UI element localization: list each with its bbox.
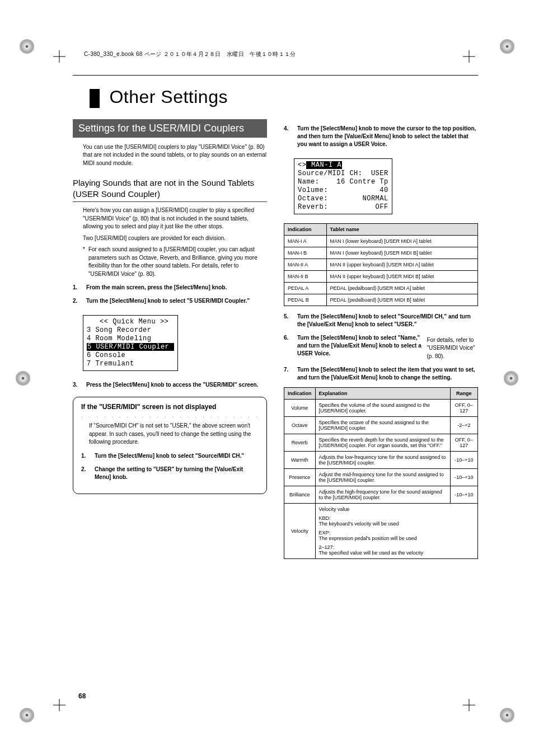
book-header-line: C-380_330_e.book 68 ページ ２０１０年４月２８日 水曜日 午… (84, 50, 478, 58)
print-mark-icon (500, 39, 514, 54)
step-text: Turn the [Select/Menu] knob to select "S… (297, 313, 478, 328)
table-cell: Specifies the volume of the sound assign… (315, 400, 450, 417)
crosshair-icon (53, 50, 65, 63)
step-item: Press the [Select/Menu] knob to access t… (73, 381, 267, 389)
print-mark-icon (16, 371, 30, 386)
sub-paragraph-1: Here's how you can assign a [USER/MIDI] … (83, 206, 267, 231)
step-item: Turn the [Select/Menu] knob to select "N… (284, 334, 478, 361)
right-steps-list-2: Turn the [Select/Menu] knob to select "S… (284, 313, 478, 382)
table-cell: -10–+10 (450, 452, 477, 469)
tablet-name-table: Indication Tablet name MAN-I AMAN I (low… (284, 223, 478, 306)
table-row: MAN-I AMAN I (lower keyboard) [USER MIDI… (284, 235, 478, 247)
table-cell: -2–+2 (450, 417, 477, 434)
step-item: Turn the [Select/Menu] knob to select "5… (73, 297, 267, 305)
footnote: * For each sound assigned to a [USER/MID… (83, 246, 267, 278)
table-row: WarmthAdjusts the low-frequency tone for… (284, 452, 478, 469)
step-subtext: For details, refer to "USER/MIDI Voice" … (427, 336, 478, 361)
table-cell: Adjusts the low-frequency tone for the s… (315, 452, 450, 469)
table-cell: MAN-II B (284, 270, 327, 282)
table-cell: Specifies the octave of the sound assign… (315, 417, 450, 434)
table-cell: MAN II (upper keyboard) [USER MIDI B] ta… (326, 270, 477, 282)
print-mark-icon (504, 371, 518, 386)
page-title: Other Settings (90, 87, 478, 108)
table-cell: -10–+10 (450, 486, 477, 504)
title-accent-icon (90, 89, 100, 108)
parameter-table: Indication Explanation Range VolumeSpeci… (284, 387, 478, 559)
callout-box: If the "USER/MIDI" screen is not display… (73, 397, 267, 494)
left-steps-list-cont: Press the [Select/Menu] knob to access t… (73, 381, 267, 389)
step-text: Turn the [Select/Menu] knob to select th… (297, 366, 478, 382)
table-row: ReverbSpecifies the reverb depth for the… (284, 434, 478, 452)
table-cell: MAN I (lower keyboard) [USER MIDI A] tab… (326, 235, 477, 247)
table-cell: Velocity (284, 504, 316, 559)
table-row: PEDAL BPEDAL (pedalboard) [USER MIDI B] … (284, 294, 478, 306)
callout-steps: Turn the [Select/Menu] knob to select "S… (81, 452, 259, 481)
step-item: From the main screen, press the [Select/… (73, 284, 267, 292)
table-row: MAN-II BMAN II (upper keyboard) [USER MI… (284, 270, 478, 282)
table-row: PEDAL APEDAL (pedalboard) [USER MIDI A] … (284, 282, 478, 294)
table-row: MAN-II AMAN II (upper keyboard) [USER MI… (284, 259, 478, 270)
table-row: MAN-I BMAN I (lower keyboard) [USER MIDI… (284, 247, 478, 259)
page-title-text: Other Settings (109, 87, 228, 107)
crosshair-icon (463, 50, 475, 63)
table-cell: MAN-I B (284, 247, 327, 259)
table-row: VelocityVelocity valueKBD:The keyboard's… (284, 504, 478, 559)
crosshair-icon (53, 699, 65, 711)
table-cell: Adjusts the high-frequency tone for the … (315, 486, 450, 504)
step-item: Turn the [Select/Menu] knob to select th… (284, 366, 478, 382)
step-item: Change the setting to "USER" by turning … (81, 466, 259, 481)
table-cell: Reverb (284, 434, 316, 452)
table-cell: Velocity valueKBD:The keyboard's velocit… (315, 504, 478, 559)
table-cell: PEDAL (pedalboard) [USER MIDI B] tablet (326, 294, 477, 306)
lcd-user-midi: <> MAN-I A Source/MIDI CH: USER Name: 16… (294, 158, 392, 214)
table-cell: Volume (284, 400, 316, 417)
section-header: Settings for the USER/MIDI Couplers (73, 119, 267, 138)
table-header: Indication (284, 223, 327, 235)
crosshair-icon (463, 699, 475, 711)
lcd-quick-menu: << Quick Menu >> 3 Song Recorder 4 Room … (83, 315, 178, 371)
table-cell: OFF, 0–127 (450, 434, 477, 452)
callout-title: If the "USER/MIDI" screen is not display… (81, 403, 259, 411)
page-number: 68 (78, 692, 86, 700)
subsection-heading: Playing Sounds that are not in the Sound… (73, 177, 267, 202)
step-text: Turn the [Select/Menu] knob to select "N… (297, 334, 422, 361)
table-header: Indication (284, 388, 316, 400)
table-cell: Warmth (284, 452, 316, 469)
callout-body: If "Source/MIDI CH" is not set to "USER,… (89, 422, 259, 447)
step-item: Turn the [Select/Menu] knob to select "S… (81, 452, 259, 460)
table-header: Tablet name (326, 223, 477, 235)
left-column: Settings for the USER/MIDI Couplers You … (73, 119, 267, 502)
dotted-divider-icon: . . . . . . . . . . . . . . . . . . . . … (81, 413, 259, 419)
step-text: Turn the [Select/Menu] knob to move the … (297, 125, 478, 148)
footnote-text: For each sound assigned to a [USER/MIDI]… (88, 246, 267, 278)
right-column: Turn the [Select/Menu] knob to move the … (284, 119, 478, 566)
right-steps-list: Turn the [Select/Menu] knob to move the … (284, 125, 478, 148)
table-cell: PEDAL B (284, 294, 327, 306)
table-cell: OFF, 0–127 (450, 400, 477, 417)
left-steps-list: From the main screen, press the [Select/… (73, 284, 267, 305)
step-item: Turn the [Select/Menu] knob to select "S… (284, 313, 478, 328)
print-mark-icon (500, 708, 514, 722)
table-row: VolumeSpecifies the volume of the sound … (284, 400, 478, 417)
table-header: Range (450, 388, 477, 400)
table-cell: MAN I (lower keyboard) [USER MIDI B] tab… (326, 247, 477, 259)
table-cell: PEDAL A (284, 282, 327, 294)
step-text: Press the [Select/Menu] knob to access t… (86, 381, 258, 389)
print-mark-icon (20, 708, 34, 722)
print-mark-icon (20, 39, 34, 54)
table-cell: Adjust the mid-frequency tone for the so… (315, 469, 450, 486)
step-text: Turn the [Select/Menu] knob to select "S… (95, 452, 244, 460)
intro-paragraph: You can use the [USER/MIDI] couplers to … (83, 143, 267, 168)
table-cell: MAN-I A (284, 235, 327, 247)
table-row: BrillianceAdjusts the high-frequency ton… (284, 486, 478, 504)
table-cell: -10–+10 (450, 469, 477, 486)
step-text: Change the setting to "USER" by turning … (95, 466, 259, 481)
asterisk-icon: * (83, 246, 85, 278)
table-row: OctaveSpecifies the octave of the sound … (284, 417, 478, 434)
table-cell: Specifies the reverb depth for the sound… (315, 434, 450, 452)
table-cell: Octave (284, 417, 316, 434)
header-rule (73, 75, 478, 76)
table-row: PresenceAdjust the mid-frequency tone fo… (284, 469, 478, 486)
table-cell: PEDAL (pedalboard) [USER MIDI A] tablet (326, 282, 477, 294)
table-cell: MAN II (upper keyboard) [USER MIDI A] ta… (326, 259, 477, 270)
